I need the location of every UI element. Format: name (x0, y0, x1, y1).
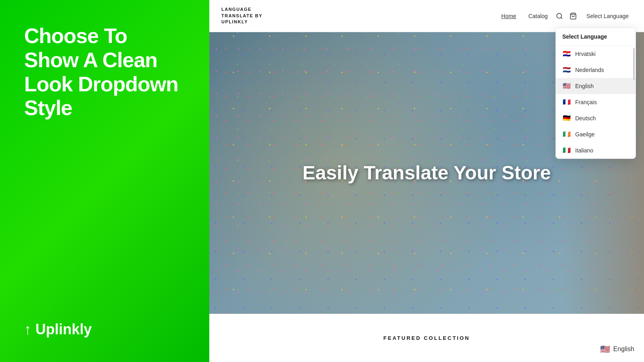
flag-icon: 🇩🇪 (562, 115, 571, 121)
language-option[interactable]: 🇮🇹Italiano (556, 142, 636, 158)
dropdown-items: 🇭🇷Hrvatski🇳🇱Nederlands🇺🇸English🇫🇷Françai… (556, 46, 636, 158)
brand-name: Uplinkly (35, 321, 92, 338)
language-option[interactable]: 🇺🇸English (556, 78, 636, 94)
flag-icon: 🇺🇸 (562, 83, 571, 89)
left-panel: Choose To Show A Clean Look Dropdown Sty… (0, 0, 209, 362)
language-option[interactable]: 🇳🇱Nederlands (556, 62, 636, 78)
svg-point-0 (557, 13, 561, 18)
cart-button[interactable] (570, 12, 577, 20)
store-logo: LANGUAGE TRANSLATE BY UPLINKLY (221, 6, 274, 25)
nav-home[interactable]: Home (501, 13, 516, 19)
cart-icon (570, 12, 577, 20)
language-trigger[interactable]: Select Language (583, 11, 632, 21)
language-label: Hrvatski (575, 51, 596, 57)
language-dropdown[interactable]: Select Language 🇭🇷Hrvatski🇳🇱Nederlands🇺🇸… (555, 27, 636, 159)
language-label: Deutsch (575, 115, 596, 121)
flag-icon: 🇮🇪 (562, 131, 571, 138)
bottom-flag-icon: 🇺🇸 (600, 344, 610, 354)
nav-catalog[interactable]: Catalog (528, 13, 548, 19)
language-dropdown-container[interactable]: Select Language Select Language 🇭🇷Hrvats… (583, 11, 632, 21)
store-nav: Home Catalog (501, 13, 548, 19)
flag-icon: 🇮🇹 (562, 147, 571, 154)
language-option[interactable]: 🇭🇷Hrvatski (556, 46, 636, 62)
bottom-lang-label: English (613, 346, 634, 353)
arrow-icon: ↑ (24, 321, 31, 338)
featured-collection: FEATURED COLLECTION (384, 335, 470, 341)
search-icon (556, 12, 563, 20)
store-header: LANGUAGE TRANSLATE BY UPLINKLY Home Cata… (209, 0, 644, 32)
language-label: Italiano (575, 147, 593, 154)
brand-logo: ↑ Uplinkly (24, 321, 185, 338)
language-label: Nederlands (575, 67, 604, 73)
language-option[interactable]: 🇩🇪Deutsch (556, 110, 636, 126)
bottom-section: FEATURED COLLECTION 🇺🇸 English (209, 314, 644, 362)
store-panel: LANGUAGE TRANSLATE BY UPLINKLY Home Cata… (209, 0, 644, 362)
flag-icon: 🇭🇷 (562, 51, 571, 57)
bottom-language-selector[interactable]: 🇺🇸 English (600, 344, 634, 354)
language-option[interactable]: 🇮🇪Gaeilge (556, 126, 636, 142)
search-button[interactable] (556, 12, 563, 20)
dropdown-header: Select Language (556, 28, 636, 46)
store-icons (556, 12, 577, 20)
flag-icon: 🇳🇱 (562, 67, 571, 73)
headline-text: Choose To Show A Clean Look Dropdown Sty… (24, 24, 185, 120)
flag-icon: 🇫🇷 (562, 99, 571, 105)
language-label: Français (575, 99, 597, 105)
language-label: English (575, 83, 594, 89)
language-option[interactable]: 🇫🇷Français (556, 94, 636, 110)
dropdown-scrollbar[interactable] (633, 48, 635, 80)
hero-text: Easily Translate Your Store (286, 161, 567, 185)
svg-line-1 (561, 17, 562, 19)
language-label: Gaeilge (575, 131, 594, 138)
